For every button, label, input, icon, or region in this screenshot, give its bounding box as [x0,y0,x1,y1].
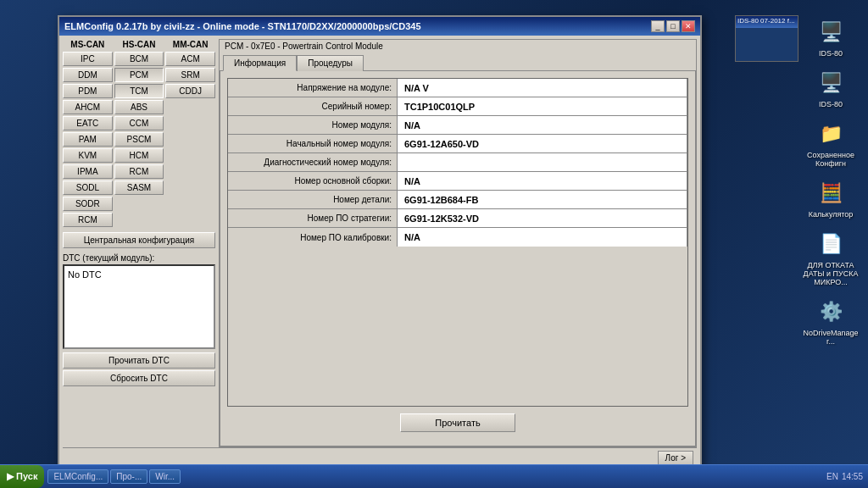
log-button[interactable]: Лог > [658,451,693,465]
window-content: MS-CAN IPC DDM PDM AHCM EATC PAM KVM IPM… [59,36,700,471]
pcm-frame: PCM - 0x7E0 - Powertrain Control Module … [219,39,697,447]
calculator-icon: 🧮 [815,178,846,208]
module-btn-hcm[interactable]: HCM [114,148,164,163]
module-btn-cddj[interactable]: CDDJ [165,84,215,98]
start-button[interactable]: ▶ Пуск [0,465,44,488]
tray-lang: EN [826,472,838,481]
pcm-frame-title: PCM - 0x7E0 - Powertrain Control Module [220,40,696,53]
module-btn-eatc[interactable]: EATC [63,116,113,130]
close-button[interactable]: ✕ [682,20,695,32]
table-row: Номер ПО стратегии: 6G91-12K532-VD [228,209,687,228]
value-initial-num: 6G91-12A650-VD [398,135,687,152]
nodrive-label: NoDriveManager... [802,329,860,346]
table-row: Номер основной сборки: N/A [228,172,687,191]
value-voltage: N/A V [398,79,687,97]
taskbar-tray: EN 14:55 [821,472,868,481]
tab-procedures[interactable]: Процедуры [297,55,364,71]
desktop: IDS-80 07-2012 f... 🖥️ IDS-80 🖥️ IDS-80 … [0,0,868,488]
table-row: Номер модуля: N/A [228,116,687,135]
desktop-icon-ids80-2[interactable]: 🖥️ IDS-80 [802,68,860,108]
taskbar-item-3[interactable]: Wir... [149,469,181,484]
table-row: Серийный номер: TC1P10C01QLP [228,97,687,116]
module-btn-sodr[interactable]: SODR [63,197,113,211]
module-btn-pcm[interactable]: PCM [114,68,164,82]
saved-config-icon: 📁 [815,119,846,149]
tab-information[interactable]: Информация [223,55,297,71]
rollback-label: ДЛЯ ОТКАТА ДАТЫ и ПУСКА МИКРО... [802,261,860,286]
module-btn-bcm[interactable]: BCM [114,52,164,66]
module-btn-sodl[interactable]: SODL [63,180,113,195]
module-btn-tcm[interactable]: TCM [114,84,164,98]
window-controls: _ □ ✕ [651,20,695,32]
window-title: ELMConfig 0.2.17b by civil-zz - Online m… [64,21,421,31]
pcm-content: Напряжение на модуле: N/A V Серийный ном… [220,70,696,446]
tray-time: 14:55 [842,472,863,481]
minimize-button[interactable]: _ [651,20,665,32]
table-row: Начальный номер модуля: 6G91-12A650-VD [228,135,687,153]
module-btn-pscm[interactable]: PSCM [114,132,164,147]
ids80-icon-2: 🖥️ [815,68,846,98]
module-btn-abs[interactable]: ABS [114,100,164,114]
module-btn-ipc[interactable]: IPC [63,52,113,66]
desktop-icons: 🖥️ IDS-80 🖥️ IDS-80 📁 Сохраненное Конфиг… [802,17,860,346]
label-strategy-num: Номер ПО стратегии: [228,209,398,227]
read-btn-container: Прочитать [227,407,688,439]
dtc-section: DTC (текущий модуль): No DTC Прочитать D… [63,253,215,386]
value-part-num: 6G91-12B684-FB [398,191,687,208]
dtc-box: No DTC [63,264,215,349]
info-table: Напряжение на модуле: N/A V Серийный ном… [227,78,688,407]
pcm-tabs: Информация Процедуры [220,53,696,70]
module-btn-acm[interactable]: ACM [165,52,215,66]
label-assembly-num: Номер основной сборки: [228,172,398,190]
module-btn-ipma[interactable]: IPMA [63,164,113,179]
module-btn-rcm-hs[interactable]: RCM [114,164,164,179]
app-window: ELMConfig 0.2.17b by civil-zz - Online m… [58,15,702,473]
module-btn-sasm[interactable]: SASM [114,180,164,195]
module-btn-kvm[interactable]: KVM [63,148,113,163]
desktop-icon-ids80-1[interactable]: 🖥️ IDS-80 [802,17,860,58]
taskbar: ▶ Пуск ELMConfig... Про-... Wir... EN 14… [0,464,868,488]
dtc-content: No DTC [68,269,102,280]
table-row: Диагностический номер модуля: [228,153,687,172]
ids80-label-1: IDS-80 [819,49,843,58]
module-btn-pam[interactable]: PAM [63,132,113,147]
value-serial: TC1P10C01QLP [398,97,687,115]
module-btn-ahcm[interactable]: AHCM [63,100,113,114]
table-row: Номер детали: 6G91-12B684-FB [228,191,687,209]
table-row: Номер ПО калибровки: N/A [228,228,687,247]
label-voltage: Напряжение на модуле: [228,79,398,97]
hs-can-header: HS-CAN [114,39,164,50]
module-btn-srm[interactable]: SRM [165,68,215,82]
label-module-num: Номер модуля: [228,116,398,134]
desktop-icon-rollback[interactable]: 📄 ДЛЯ ОТКАТА ДАТЫ и ПУСКА МИКРО... [802,229,860,286]
reset-dtc-button[interactable]: Сбросить DTC [63,370,215,386]
nodrive-icon: ⚙️ [815,297,846,327]
small-window: IDS-80 07-2012 f... [735,15,798,62]
taskbar-item-1[interactable]: ELMConfig... [47,469,108,484]
module-btn-pdm[interactable]: PDM [63,84,113,98]
read-button[interactable]: Прочитать [400,413,515,432]
label-part-num: Номер детали: [228,191,398,208]
main-layout: MS-CAN IPC DDM PDM AHCM EATC PAM KVM IPM… [63,39,697,447]
central-config-button[interactable]: Центральная конфигурация [63,232,215,248]
module-btn-rcm-ms[interactable]: RCM [63,213,113,227]
desktop-icon-nodrive[interactable]: ⚙️ NoDriveManager... [802,297,860,346]
desktop-icon-calculator[interactable]: 🧮 Калькулятор [802,178,860,219]
small-window-title: IDS-80 07-2012 f... [736,16,798,28]
module-btn-ddm[interactable]: DDM [63,68,113,82]
left-panel: MS-CAN IPC DDM PDM AHCM EATC PAM KVM IPM… [63,39,215,447]
rollback-icon: 📄 [815,229,846,259]
dtc-buttons: Прочитать DTC Сбросить DTC [63,352,215,386]
ms-can-header: MS-CAN [63,39,113,50]
window-titlebar: ELMConfig 0.2.17b by civil-zz - Online m… [59,17,700,36]
value-assembly-num: N/A [398,172,687,190]
label-serial: Серийный номер: [228,97,398,115]
module-btn-ccm[interactable]: CCM [114,116,164,130]
hs-can-column: HS-CAN BCM PCM TCM ABS CCM PSCM HCM RCM … [114,39,164,227]
dtc-section-label: DTC (текущий модуль): [63,253,215,263]
right-panel: PCM - 0x7E0 - Powertrain Control Module … [219,39,697,447]
read-dtc-button[interactable]: Прочитать DTC [63,352,215,369]
desktop-icon-saved-config[interactable]: 📁 Сохраненное Конфигн [802,119,860,168]
maximize-button[interactable]: □ [666,20,680,32]
taskbar-item-2[interactable]: Про-... [110,469,147,484]
